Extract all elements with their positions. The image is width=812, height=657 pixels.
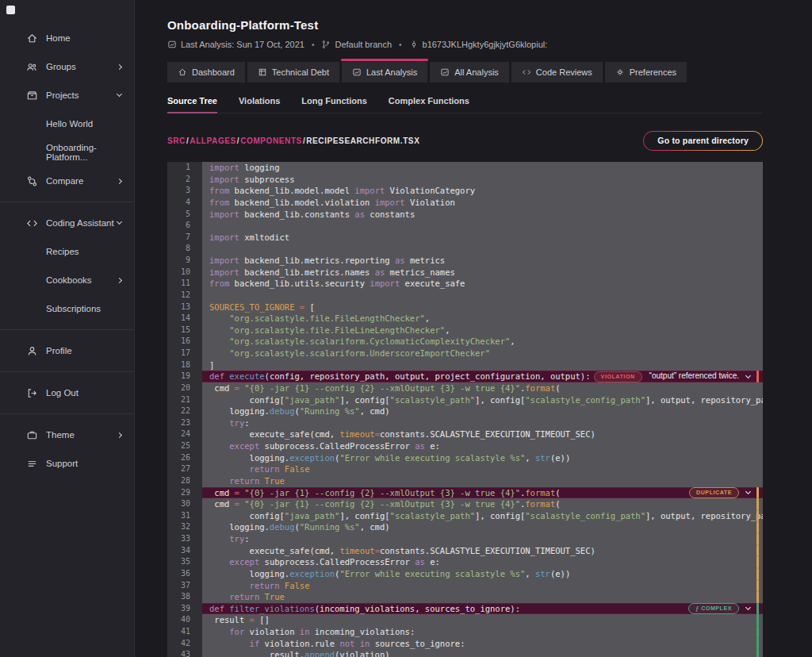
- home-icon: [26, 33, 38, 44]
- code-line: 43 result.append(violation): [167, 649, 763, 657]
- code-line: 23 try:: [167, 417, 763, 429]
- sidebar-item-cookbooks[interactable]: Cookbooks: [0, 266, 134, 294]
- violation-badge[interactable]: VIOLATION: [594, 371, 642, 382]
- sidebar-item-groups[interactable]: Groups: [0, 52, 134, 81]
- breadcrumb-segment-src[interactable]: SRC: [167, 136, 186, 145]
- code-text: [202, 220, 763, 232]
- code-text: return True: [202, 475, 763, 487]
- chevron-down-icon[interactable]: [745, 373, 751, 378]
- code-text: import logging: [202, 162, 763, 174]
- line-number: 28: [167, 475, 202, 487]
- code-text: for violation in incoming_violations:: [202, 626, 763, 638]
- code-text: try:: [202, 533, 763, 545]
- subtab-source-tree[interactable]: Source Tree: [167, 96, 217, 106]
- code-line: 14 "org.scalastyle.file.FileLengthChecke…: [167, 313, 763, 325]
- chevron-down-icon[interactable]: [745, 605, 751, 610]
- code-text: import subprocess: [202, 174, 763, 186]
- code-line: 41 for violation in incoming_violations:: [167, 626, 763, 638]
- sidebar-section: Profile: [0, 329, 134, 371]
- sidebar-item-subscriptions[interactable]: Subscriptions: [0, 294, 134, 323]
- tab-label: Dashboard: [192, 67, 235, 77]
- sidebar-item-home[interactable]: Home: [0, 24, 134, 52]
- sidebar-item-label: Onboarding-Platform...: [46, 143, 121, 162]
- chevron-down-icon[interactable]: [745, 489, 751, 494]
- sidebar-item-support[interactable]: Support: [0, 449, 134, 478]
- meta-last-analysis: Last Analysis: Sun 17 Oct, 2021: [167, 40, 304, 49]
- code-line: 20 cmd = "{0} -jar {1} --config {2} --xm…: [167, 382, 763, 394]
- code-line: 22 logging.debug("Running %s", cmd): [167, 405, 763, 417]
- violation-annotation: DUPLICATE: [689, 487, 750, 499]
- line-number: 17: [167, 348, 202, 359]
- code-line: 35 except subprocess.CalledProcessError …: [167, 556, 763, 568]
- code-line: 25 except subprocess.CalledProcessError …: [167, 440, 763, 452]
- line-number: 3: [167, 185, 202, 197]
- tab-label: Last Analysis: [366, 67, 417, 77]
- chevron-right-icon: [117, 178, 122, 183]
- tab-all-analysis[interactable]: All Analysis: [430, 62, 509, 83]
- line-number: 18: [167, 359, 202, 371]
- subtab-long-functions[interactable]: Long Functions: [301, 96, 366, 106]
- subtab-complex-functions[interactable]: Complex Functions: [389, 96, 469, 106]
- code-line: 9import backend_lib.metrics.reporting as…: [167, 255, 763, 267]
- groups-icon: [26, 61, 38, 73]
- tab-label: Preferences: [630, 67, 676, 77]
- sidebar-item-hello-world[interactable]: Hello World: [0, 110, 134, 138]
- code-line: 39def filter_violations(incoming_violati…: [167, 603, 763, 615]
- marker-bar-yellow: [756, 510, 759, 522]
- duplicate-badge[interactable]: DUPLICATE: [689, 487, 739, 498]
- code-line: 29 cmd = "{0} -jar {1} --config {2} --xm…: [167, 487, 763, 499]
- logout-icon: [26, 387, 38, 399]
- go-to-parent-directory-button[interactable]: Go to parent directory: [643, 131, 763, 151]
- line-number: 9: [167, 255, 202, 267]
- tab-preferences[interactable]: Preferences: [605, 62, 687, 83]
- tab-technical-debt[interactable]: Technical Debt: [247, 62, 339, 83]
- tab-label: Code Reviews: [536, 67, 592, 77]
- breadcrumb-segment-components[interactable]: COMPONENTS: [240, 136, 302, 145]
- sidebar-item-label: Subscriptions: [46, 304, 101, 313]
- tab-dashboard[interactable]: Dashboard: [167, 62, 245, 83]
- code-line: 6: [167, 220, 763, 232]
- sidebar-item-theme[interactable]: Theme: [0, 421, 134, 449]
- complex-badge[interactable]: ƒ COMPLEX: [688, 603, 739, 614]
- meta-text: Last Analysis: Sun 17 Oct, 2021: [181, 40, 304, 49]
- code-line: 10import backend_lib.metrics.names as me…: [167, 267, 763, 279]
- marker-bar-yellow: [756, 498, 759, 510]
- sidebar-item-coding-assistant[interactable]: Coding Assistant: [0, 209, 134, 237]
- breadcrumb-segment-allpages[interactable]: ALLPAGES: [190, 136, 236, 145]
- sidebar-item-label: Support: [46, 459, 78, 468]
- sidebar-item-profile[interactable]: Profile: [0, 336, 134, 365]
- breadcrumb-separator: /: [186, 136, 189, 145]
- line-number: 7: [167, 232, 202, 244]
- code-text: from backend_lib.model.violation import …: [202, 197, 763, 209]
- compare-icon: [26, 175, 38, 187]
- sidebar-item-onboarding-platform[interactable]: Onboarding-Platform...: [0, 138, 134, 167]
- code-line: 18]: [167, 359, 763, 371]
- marker-bar-yellow: [756, 556, 759, 568]
- sidebar-item-projects[interactable]: Projects: [0, 81, 134, 110]
- sidebar-item-log-out[interactable]: Log Out: [0, 378, 134, 407]
- sidebar-item-compare[interactable]: Compare: [0, 167, 134, 195]
- sidebar-item-label: Cookbooks: [46, 275, 92, 285]
- sidebar-item-recipes[interactable]: Recipes: [0, 237, 134, 266]
- code-text: logging.debug("Running %s", cmd): [202, 405, 763, 417]
- code-text: return True: [202, 591, 763, 603]
- profile-icon: [26, 345, 38, 357]
- tab-code-reviews[interactable]: Code Reviews: [511, 62, 603, 83]
- code-text: [202, 290, 763, 302]
- subtab-bar: Source TreeViolationsLong FunctionsCompl…: [167, 96, 763, 113]
- sidebar-section: Log Out: [0, 371, 134, 413]
- code-text: execute_safe(cmd, timeout=constants.SCAL…: [202, 545, 763, 557]
- code-line: 30 cmd = "{0} -jar {1} --config {2} --xm…: [167, 498, 763, 510]
- marker-bar-yellow: [756, 580, 759, 592]
- code-line: 16 "org.scalastyle.scalariform.Cyclomati…: [167, 336, 763, 348]
- subtab-violations[interactable]: Violations: [239, 96, 280, 106]
- tab-label: All Analysis: [454, 67, 499, 77]
- code-text: import backend_lib.metrics.names as metr…: [202, 267, 763, 279]
- code-text: "org.scalastyle.scalariform.UnderscoreIm…: [202, 348, 763, 359]
- code-text: "org.scalastyle.file.FileLengthChecker",: [202, 313, 763, 325]
- tab-last-analysis[interactable]: Last Analysis: [342, 62, 427, 83]
- sidebar-item-label: Compare: [46, 176, 83, 186]
- meta-default-branch: Default branch: [321, 40, 392, 49]
- code-line: 15 "org.scalastyle.file.FileLineLengthCh…: [167, 325, 763, 336]
- code-text: def execute(config, repository_path, out…: [202, 371, 763, 382]
